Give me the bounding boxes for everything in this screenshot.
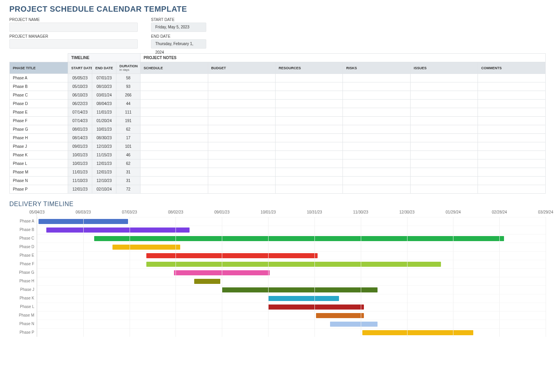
- table-row[interactable]: Phase E07/14/2311/01/23111: [10, 108, 546, 117]
- cell-budget[interactable]: [208, 185, 275, 194]
- cell-budget[interactable]: [208, 108, 275, 117]
- cell-start-date[interactable]: 07/14/23: [68, 117, 92, 125]
- cell-budget[interactable]: [208, 151, 275, 159]
- cell-end-date[interactable]: 07/01/23: [92, 74, 116, 82]
- cell-start-date[interactable]: 10/01/23: [68, 151, 92, 159]
- cell-start-date[interactable]: 10/01/23: [68, 159, 92, 168]
- cell-end-date[interactable]: 03/01/24: [92, 91, 116, 100]
- project-manager-input[interactable]: [9, 39, 138, 49]
- cell-end-date[interactable]: 08/10/23: [92, 82, 116, 91]
- cell-start-date[interactable]: 12/01/23: [68, 185, 92, 194]
- cell-phase-title[interactable]: Phase H: [10, 134, 68, 142]
- end-date-value[interactable]: Thursday, February 1, 2024: [151, 39, 206, 49]
- cell-resources[interactable]: [275, 159, 342, 168]
- cell-start-date[interactable]: 11/10/23: [68, 177, 92, 185]
- cell-risks[interactable]: [343, 177, 410, 185]
- cell-duration[interactable]: 31: [116, 177, 141, 185]
- cell-comments[interactable]: [478, 134, 546, 142]
- cell-end-date[interactable]: 12/01/23: [92, 168, 116, 177]
- cell-phase-title[interactable]: Phase J: [10, 142, 68, 151]
- cell-duration[interactable]: 31: [116, 168, 141, 177]
- cell-comments[interactable]: [478, 159, 546, 168]
- cell-start-date[interactable]: 08/14/23: [68, 134, 92, 142]
- cell-phase-title[interactable]: Phase E: [10, 108, 68, 117]
- cell-comments[interactable]: [478, 117, 546, 125]
- cell-phase-title[interactable]: Phase K: [10, 151, 68, 159]
- cell-duration[interactable]: 44: [116, 100, 141, 108]
- cell-end-date[interactable]: 08/30/23: [92, 134, 116, 142]
- cell-resources[interactable]: [275, 177, 342, 185]
- cell-risks[interactable]: [343, 82, 410, 91]
- table-row[interactable]: Phase A05/05/2307/01/2358: [10, 74, 546, 82]
- table-row[interactable]: Phase H08/14/2308/30/2317: [10, 134, 546, 142]
- cell-budget[interactable]: [208, 142, 275, 151]
- cell-phase-title[interactable]: Phase L: [10, 159, 68, 168]
- cell-budget[interactable]: [208, 91, 275, 100]
- cell-schedule[interactable]: [141, 91, 208, 100]
- cell-risks[interactable]: [343, 168, 410, 177]
- cell-schedule[interactable]: [141, 168, 208, 177]
- cell-resources[interactable]: [275, 108, 342, 117]
- table-row[interactable]: Phase K10/01/2311/15/2346: [10, 151, 546, 159]
- cell-issues[interactable]: [410, 134, 478, 142]
- gantt-bar[interactable]: [316, 313, 364, 318]
- gantt-bar[interactable]: [222, 287, 378, 292]
- table-row[interactable]: Phase J09/01/2312/10/23101: [10, 142, 546, 151]
- cell-start-date[interactable]: 09/01/23: [68, 142, 92, 151]
- cell-risks[interactable]: [343, 159, 410, 168]
- cell-issues[interactable]: [410, 100, 478, 108]
- cell-comments[interactable]: [478, 74, 546, 82]
- cell-end-date[interactable]: 12/10/23: [92, 177, 116, 185]
- gantt-bar[interactable]: [268, 304, 364, 310]
- cell-schedule[interactable]: [141, 134, 208, 142]
- cell-schedule[interactable]: [141, 82, 208, 91]
- table-row[interactable]: Phase M11/01/2312/01/2331: [10, 168, 546, 177]
- gantt-bar[interactable]: [330, 322, 378, 327]
- cell-risks[interactable]: [343, 151, 410, 159]
- table-row[interactable]: Phase P12/01/2302/10/2472: [10, 185, 546, 194]
- gantt-bar[interactable]: [194, 279, 220, 284]
- cell-resources[interactable]: [275, 74, 342, 82]
- cell-end-date[interactable]: 11/01/23: [92, 108, 116, 117]
- cell-resources[interactable]: [275, 91, 342, 100]
- cell-budget[interactable]: [208, 168, 275, 177]
- cell-start-date[interactable]: 06/22/23: [68, 100, 92, 108]
- cell-issues[interactable]: [410, 185, 478, 194]
- cell-issues[interactable]: [410, 74, 478, 82]
- start-date-value[interactable]: Friday, May 5, 2023: [151, 23, 206, 32]
- cell-start-date[interactable]: 05/10/23: [68, 82, 92, 91]
- cell-comments[interactable]: [478, 168, 546, 177]
- table-row[interactable]: Phase G08/01/2310/01/2362: [10, 125, 546, 134]
- cell-phase-title[interactable]: Phase M: [10, 168, 68, 177]
- gantt-bar[interactable]: [362, 330, 473, 335]
- cell-end-date[interactable]: 11/15/23: [92, 151, 116, 159]
- cell-duration[interactable]: 58: [116, 74, 141, 82]
- cell-duration[interactable]: 46: [116, 151, 141, 159]
- cell-resources[interactable]: [275, 151, 342, 159]
- cell-phase-title[interactable]: Phase A: [10, 74, 68, 82]
- cell-schedule[interactable]: [141, 177, 208, 185]
- table-row[interactable]: Phase D06/22/2308/04/2344: [10, 100, 546, 108]
- cell-risks[interactable]: [343, 117, 410, 125]
- cell-issues[interactable]: [410, 177, 478, 185]
- table-row[interactable]: Phase L10/01/2312/01/2362: [10, 159, 546, 168]
- cell-start-date[interactable]: 11/01/23: [68, 168, 92, 177]
- cell-resources[interactable]: [275, 142, 342, 151]
- cell-schedule[interactable]: [141, 108, 208, 117]
- cell-risks[interactable]: [343, 134, 410, 142]
- cell-issues[interactable]: [410, 125, 478, 134]
- cell-phase-title[interactable]: Phase C: [10, 91, 68, 100]
- cell-end-date[interactable]: 12/01/23: [92, 159, 116, 168]
- cell-risks[interactable]: [343, 100, 410, 108]
- cell-start-date[interactable]: 07/14/23: [68, 108, 92, 117]
- table-row[interactable]: Phase F07/14/2301/20/24191: [10, 117, 546, 125]
- cell-phase-title[interactable]: Phase N: [10, 177, 68, 185]
- cell-budget[interactable]: [208, 125, 275, 134]
- cell-risks[interactable]: [343, 91, 410, 100]
- cell-comments[interactable]: [478, 142, 546, 151]
- cell-issues[interactable]: [410, 168, 478, 177]
- cell-schedule[interactable]: [141, 125, 208, 134]
- gantt-bar[interactable]: [146, 253, 318, 258]
- gantt-bar[interactable]: [46, 228, 190, 233]
- gantt-bar[interactable]: [268, 296, 339, 301]
